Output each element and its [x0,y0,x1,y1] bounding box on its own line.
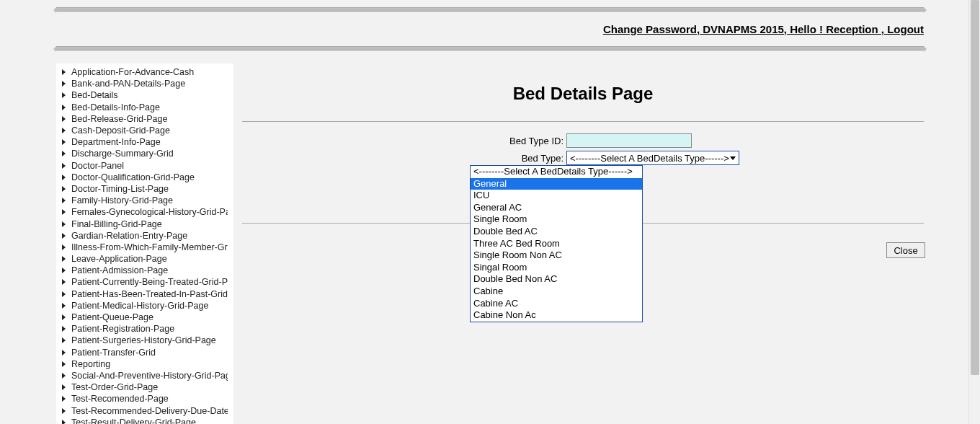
sidebar-item-label: Test-Result-Delivery-Grid-Page [71,418,196,424]
sidebar-item-label: Illness-From-Which-Family-Member-Grid [71,242,228,252]
sidebar-nav: Application-For-Advance-CashBank-and-PAN… [56,63,233,424]
sidebar-item[interactable]: Patient-Has-Been-Treated-In-Past-Grid-Pa… [56,288,233,300]
triangle-right-icon [62,291,66,297]
triangle-right-icon [62,256,66,262]
sidebar-item[interactable]: Bed-Details [56,89,233,101]
sidebar-item-label: Social-And-Preventive-History-Grid-Page [71,371,228,381]
triangle-right-icon [62,361,66,367]
sidebar-item[interactable]: Test-Recomended-Page [56,393,233,405]
dropdown-option[interactable]: Single Room Non AC [471,249,642,262]
triangle-right-icon [62,326,66,332]
triangle-right-icon [62,81,66,87]
sidebar-item[interactable]: Doctor-Timing-List-Page [56,183,233,195]
triangle-right-icon [62,221,66,227]
logout-link[interactable]: Logout [887,23,924,35]
dropdown-option[interactable]: Three AC Bed Room [471,238,642,250]
sidebar-item[interactable]: Test-Result-Delivery-Grid-Page [56,417,233,424]
triangle-right-icon [62,105,66,110]
sidebar-item-label: Bed-Details [71,90,118,100]
dropdown-option[interactable]: Cabine Non Ac [471,309,642,322]
triangle-right-icon [62,151,66,156]
sidebar-item-label: Bed-Release-Grid-Page [71,114,167,124]
triangle-right-icon [62,337,66,343]
sidebar-item[interactable]: Females-Gynecological-History-Grid-Page [56,206,233,218]
dropdown-option[interactable]: General [471,178,642,190]
dropdown-option[interactable]: Double Bed Non AC [471,273,642,286]
dropdown-option[interactable]: <--------Select A BedDetails Type------> [471,166,642,178]
sidebar-item[interactable]: Leave-Application-Page [56,253,233,265]
sidebar-item[interactable]: Patient-Currently-Being-Treated-Grid-Pag… [56,276,233,288]
sidebar-item[interactable]: Doctor-Panel [56,160,233,172]
sidebar-item[interactable]: Department-Info-Page [56,136,233,148]
sidebar-item-label: Patient-Transfer-Grid [71,348,156,358]
dropdown-option[interactable]: Cabine AC [471,298,642,310]
dropdown-option[interactable]: Single Room [471,213,642,226]
sidebar-item-label: Patient-Currently-Being-Treated-Grid-Pag… [71,277,228,287]
dropdown-option[interactable]: General AC [471,202,642,214]
page-scrollbar[interactable] [968,0,980,424]
triangle-right-icon [62,198,66,203]
sidebar-item[interactable]: Doctor-Qualification-Grid-Page [56,172,233,183]
sidebar-item[interactable]: Patient-Surgeries-History-Grid-Page [56,335,233,346]
sidebar-item[interactable]: Bed-Release-Grid-Page [56,113,233,125]
sidebar-item-label: Patient-Surgeries-History-Grid-Page [71,335,216,345]
dropdown-option[interactable]: ICU [471,190,642,202]
sidebar-item-label: Females-Gynecological-History-Grid-Page [71,207,228,217]
sidebar-item-label: Doctor-Panel [71,161,124,171]
sidebar-item[interactable]: Reporting [56,358,233,370]
sidebar-item-label: Family-History-Grid-Page [71,195,173,206]
sidebar-item[interactable]: Patient-Transfer-Grid [56,347,233,358]
sidebar-item[interactable]: Patient-Queue-Page [56,312,233,323]
sidebar-item-label: Cash-Deposit-Grid-Page [71,125,170,136]
sidebar-item[interactable]: Cash-Deposit-Grid-Page [56,125,233,136]
triangle-right-icon [62,244,66,250]
triangle-right-icon [62,408,66,414]
sidebar-item-label: Patient-Queue-Page [71,312,153,322]
chevron-down-icon [730,156,736,160]
sidebar-item-label: Gardian-Relation-Entry-Page [71,231,187,241]
sidebar-item-label: Bed-Details-Info-Page [71,102,160,112]
triangle-right-icon [62,384,66,390]
top-divider [56,7,924,12]
sidebar-item-label: Department-Info-Page [71,137,161,147]
page-title: Bed Details Page [242,63,924,121]
triangle-right-icon [62,139,66,145]
sidebar-item[interactable]: Illness-From-Which-Family-Member-Grid [56,242,233,253]
sidebar-item-label: Bank-and-PAN-Details-Page [71,79,185,89]
change-password-link[interactable]: Change Password, [603,23,700,35]
close-button[interactable]: Close [886,242,925,258]
sidebar-item[interactable]: Family-History-Grid-Page [56,195,233,206]
greeting-link[interactable]: Hello ! Reception , [790,23,884,35]
triangle-right-icon [62,92,66,98]
triangle-right-icon [62,279,66,285]
scroll-thumb[interactable] [971,0,979,375]
sidebar-item[interactable]: Discharge-Summary-Grid [56,148,233,159]
sidebar-item[interactable]: Patient-Medical-History-Grid-Page [56,300,233,312]
sidebar-item[interactable]: Patient-Admission-Page [56,265,233,276]
triangle-right-icon [62,69,66,75]
sidebar-item-label: Patient-Has-Been-Treated-In-Past-Grid-Pa… [71,289,228,299]
sidebar-item[interactable]: Gardian-Relation-Entry-Page [56,230,233,242]
sidebar-item-label: Application-For-Advance-Cash [71,67,194,77]
bed-type-select-value: <--------Select A BedDetails Type------> [570,153,729,164]
bed-type-select[interactable]: <--------Select A BedDetails Type------> [566,151,739,165]
sidebar-item[interactable]: Test-Order-Grid-Page [56,381,233,393]
triangle-right-icon [62,116,66,122]
sidebar-item[interactable]: Patient-Registration-Page [56,323,233,335]
dropdown-option[interactable]: Singal Room [471,262,642,274]
sidebar-item[interactable]: Final-Billing-Grid-Page [56,218,233,229]
bed-type-id-input[interactable] [566,133,692,148]
product-name-link[interactable]: DVNAPMS 2015, [703,23,787,35]
dropdown-option[interactable]: Cabine [471,286,642,298]
sidebar-item[interactable]: Social-And-Preventive-History-Grid-Page [56,370,233,381]
sidebar-item[interactable]: Application-For-Advance-Cash [56,66,233,78]
sidebar-item[interactable]: Bed-Details-Info-Page [56,102,233,113]
sidebar-item-label: Leave-Application-Page [71,254,167,264]
sidebar-item-label: Reporting [71,359,110,369]
triangle-right-icon [62,163,66,169]
triangle-right-icon [62,268,66,273]
bed-type-dropdown: <--------Select A BedDetails Type------>… [470,165,643,322]
sidebar-item[interactable]: Test-Recommended-Delivery-Due-Date [56,405,233,416]
sidebar-item[interactable]: Bank-and-PAN-Details-Page [56,78,233,89]
dropdown-option[interactable]: Double Bed AC [471,226,642,238]
